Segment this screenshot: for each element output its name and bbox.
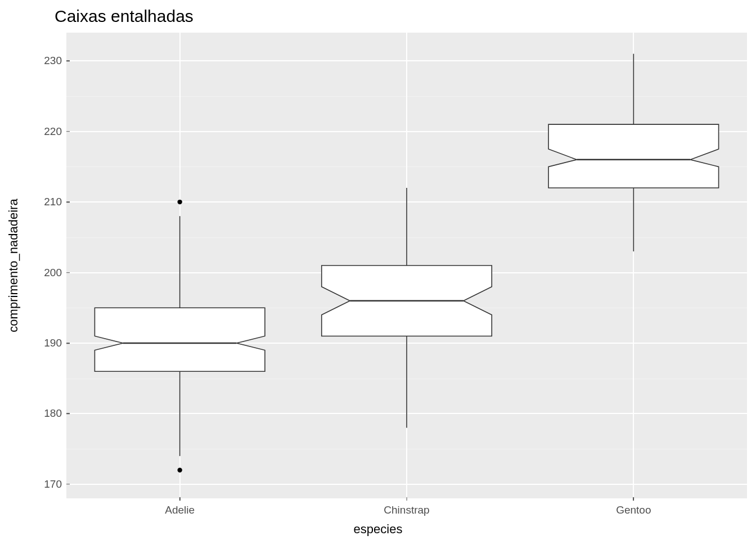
box-notched xyxy=(548,124,719,188)
y-tick-label: 200 xyxy=(22,267,66,279)
y-tick-label: 170 xyxy=(22,478,66,490)
plot-panel: 170180190200210220230AdelieChinstrapGent… xyxy=(66,33,747,498)
plot-svg xyxy=(66,33,747,498)
chart-container: Caixas entalhadas comprimento_nadadeira … xyxy=(0,0,756,540)
y-tick-label: 220 xyxy=(22,125,66,138)
y-tick-label: 180 xyxy=(22,407,66,420)
x-tick-label: Gentoo xyxy=(616,498,651,516)
y-tick-label: 230 xyxy=(22,55,66,67)
y-tick-label: 210 xyxy=(22,196,66,208)
chart-title: Caixas entalhadas xyxy=(55,7,194,26)
outlier-point xyxy=(177,468,182,472)
outlier-point xyxy=(177,200,182,204)
x-tick-label: Chinstrap xyxy=(384,498,429,516)
y-axis-label: comprimento_nadadeira xyxy=(6,199,21,332)
x-axis-label: especies xyxy=(0,522,756,537)
box-notched xyxy=(94,308,265,371)
x-tick-label: Adelie xyxy=(165,498,195,516)
y-tick-label: 190 xyxy=(22,337,66,349)
